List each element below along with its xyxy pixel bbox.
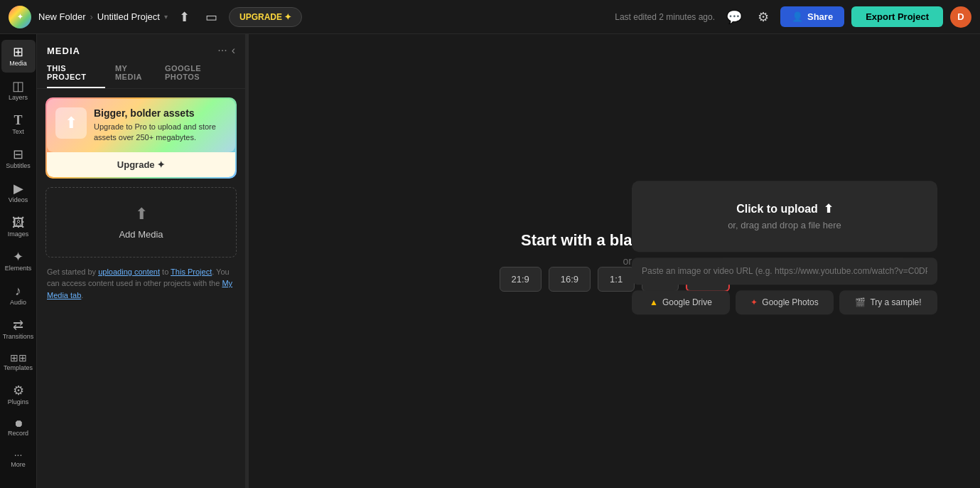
google-drive-button[interactable]: ▲ Google Drive: [632, 290, 730, 314]
videos-icon: ▶: [14, 182, 23, 195]
breadcrumb-sep: ›: [90, 11, 92, 22]
ar-btn-21-9[interactable]: 21:9: [499, 267, 541, 292]
or-divider: or: [623, 255, 632, 267]
settings-button[interactable]: ⚙: [753, 5, 773, 29]
media-tabs: THIS PROJECT MY MEDIA GOOGLE PHOTOS: [37, 57, 245, 89]
media-panel-header: MEDIA ··· ‹: [37, 34, 245, 57]
tab-my-media[interactable]: MY MEDIA: [115, 64, 155, 88]
sidebar-item-transitions[interactable]: ⇄ Transitions: [1, 313, 36, 346]
upload-actions: ▲ Google Drive ✦ Google Photos 🎬 Try a s…: [632, 290, 937, 314]
add-media-label: Add Media: [119, 229, 163, 240]
export-button[interactable]: Export Project: [851, 6, 943, 27]
google-drive-label: Google Drive: [662, 297, 712, 307]
avatar[interactable]: D: [950, 6, 971, 28]
sidebar-item-text[interactable]: T Text: [1, 108, 36, 141]
upload-link[interactable]: uploading content: [98, 267, 160, 276]
sidebar-item-media[interactable]: ⊞ Media: [1, 40, 36, 73]
upgrade-button[interactable]: UPGRADE ✦: [229, 7, 302, 27]
record-icon: ⏺: [14, 418, 23, 428]
share-icon: 👤: [792, 11, 803, 22]
transitions-icon: ⇄: [13, 319, 23, 331]
helper-text: Get started by uploading content to This…: [45, 266, 237, 302]
upgrade-card-desc: Upgrade to Pro to upload and store asset…: [94, 122, 227, 144]
sidebar-item-label: Images: [8, 230, 29, 238]
upload-icon: ⬆: [135, 205, 148, 223]
sidebar-item-layers[interactable]: ◫ Layers: [1, 74, 36, 107]
sidebar-item-videos[interactable]: ▶ Videos: [1, 176, 36, 209]
more-icon: ···: [14, 450, 23, 460]
main-layout: ⊞ Media ◫ Layers T Text ⊟ Subtitles ▶ Vi…: [0, 34, 980, 488]
my-media-link[interactable]: My Media tab: [47, 279, 232, 299]
share-button[interactable]: 👤 Share: [780, 6, 844, 27]
sidebar-item-label: Audio: [10, 299, 26, 306]
audio-icon: ♪: [15, 285, 21, 297]
sidebar-item-more[interactable]: ··· More: [1, 444, 36, 474]
upload-button[interactable]: ⬆: [175, 5, 194, 29]
upload-section: Click to upload ⬆ or, drag and drop a fi…: [632, 181, 937, 314]
upload-drop-label: Click to upload: [736, 203, 818, 216]
upgrade-card: ⬆ Bigger, bolder assets Upgrade to Pro t…: [45, 97, 237, 179]
folder-name[interactable]: New Folder: [38, 11, 85, 22]
upgrade-card-icon: ⬆: [55, 107, 87, 139]
media-panel-title: MEDIA: [47, 46, 80, 56]
upload-url-input[interactable]: [632, 258, 937, 285]
upgrade-card-button[interactable]: Upgrade ✦: [47, 152, 235, 177]
elements-icon: ✦: [13, 250, 23, 263]
sidebar-item-images[interactable]: 🖼 Images: [1, 211, 36, 243]
add-media-box[interactable]: ⬆ Add Media: [45, 187, 237, 258]
upload-icon-arrow: ⬆: [824, 202, 833, 216]
sidebar-item-label: Layers: [9, 94, 28, 101]
sample-icon: 🎬: [855, 297, 866, 307]
preview-button[interactable]: ▭: [201, 5, 222, 29]
google-drive-icon: ▲: [650, 297, 658, 307]
templates-icon: ⊞⊞: [10, 353, 27, 363]
breadcrumb: New Folder › Untitled Project ▾: [38, 11, 168, 22]
sidebar-item-templates[interactable]: ⊞⊞ Templates: [1, 347, 36, 377]
text-icon: T: [14, 114, 22, 127]
sidebar-item-label: Transitions: [3, 333, 34, 340]
try-sample-label: Try a sample!: [870, 297, 921, 307]
save-status: Last edited 2 minutes ago.: [615, 12, 715, 22]
canvas-area: Start with a blank canvas 21:9 16:9 1:1 …: [249, 34, 980, 488]
tab-google-photos[interactable]: GOOGLE PHOTOS: [165, 64, 235, 88]
sidebar-item-label: Record: [8, 430, 28, 437]
sidebar-item-label: Text: [12, 128, 24, 135]
media-panel-close-btn[interactable]: ‹: [232, 44, 235, 57]
tab-this-project[interactable]: THIS PROJECT: [47, 64, 105, 88]
topbar: ✦ New Folder › Untitled Project ▾ ⬆ ▭ UP…: [0, 0, 980, 34]
upgrade-card-content: ⬆ Bigger, bolder assets Upgrade to Pro t…: [47, 99, 235, 152]
google-photos-icon: ✦: [750, 297, 758, 307]
plugins-icon: ⚙: [13, 384, 24, 397]
comments-button[interactable]: 💬: [722, 5, 746, 29]
try-sample-button[interactable]: 🎬 Try a sample!: [839, 290, 937, 314]
sidebar-item-label: Templates: [4, 364, 33, 371]
upload-drop-subtitle: or, drag and drop a file here: [646, 220, 923, 230]
media-icon: ⊞: [13, 46, 23, 58]
sidebar-item-subtitles[interactable]: ⊟ Subtitles: [1, 142, 36, 175]
sidebar-item-elements[interactable]: ✦ Elements: [1, 245, 36, 277]
media-panel-more-btn[interactable]: ···: [217, 44, 227, 57]
google-photos-label: Google Photos: [762, 297, 818, 307]
sidebar-item-plugins[interactable]: ⚙ Plugins: [1, 378, 36, 411]
sidebar-item-label: Media: [9, 60, 27, 67]
upload-drop-zone[interactable]: Click to upload ⬆ or, drag and drop a fi…: [632, 181, 937, 252]
sidebar-item-audio[interactable]: ♪ Audio: [1, 279, 36, 312]
sidebar-item-record[interactable]: ⏺ Record: [1, 413, 36, 442]
sidebar-item-label: Plugins: [8, 398, 29, 405]
ar-btn-16-9[interactable]: 16:9: [549, 267, 591, 292]
google-photos-button[interactable]: ✦ Google Photos: [736, 290, 834, 314]
sidebar-item-label: Subtitles: [6, 162, 31, 169]
upload-url-box: [632, 258, 937, 285]
layers-icon: ◫: [12, 80, 24, 92]
sidebar-item-label: More: [11, 461, 26, 468]
project-name[interactable]: Untitled Project: [97, 11, 160, 22]
media-panel-body: ⬆ Bigger, bolder assets Upgrade to Pro t…: [37, 89, 245, 488]
sidebar-icons: ⊞ Media ◫ Layers T Text ⊟ Subtitles ▶ Vi…: [0, 34, 37, 488]
share-label: Share: [807, 11, 833, 22]
app-logo[interactable]: ✦: [9, 6, 31, 28]
upgrade-card-title: Bigger, bolder assets: [94, 107, 227, 119]
subtitles-icon: ⊟: [13, 148, 23, 161]
upgrade-card-text: Bigger, bolder assets Upgrade to Pro to …: [94, 107, 227, 144]
this-project-link[interactable]: This Project: [171, 267, 212, 276]
ar-btn-1-1[interactable]: 1:1: [598, 267, 635, 292]
